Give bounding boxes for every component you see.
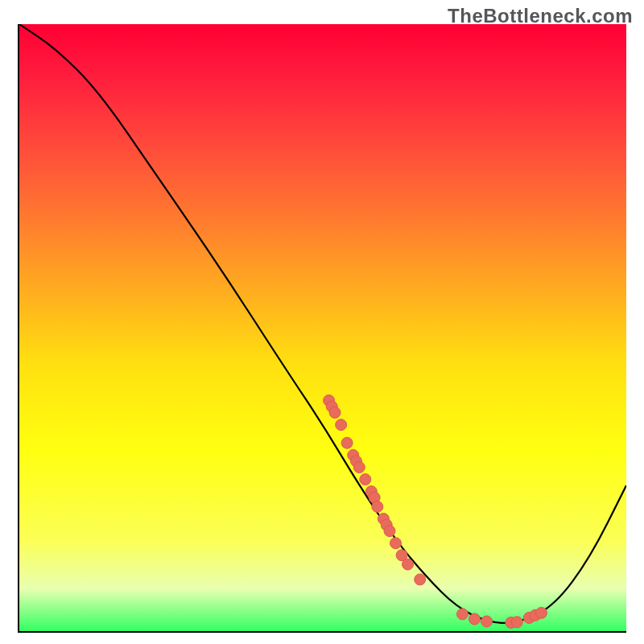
data-point (469, 613, 481, 625)
bottleneck-curve (19, 24, 626, 623)
data-point (329, 407, 341, 419)
data-point (481, 616, 493, 627)
data-point (535, 607, 547, 618)
data-point (456, 609, 468, 620)
data-point (372, 501, 383, 512)
data-point (511, 617, 522, 628)
chart-svg (19, 24, 626, 631)
watermark-text: TheBottleneck.com (448, 5, 633, 27)
chart-area (18, 24, 626, 633)
data-point (353, 461, 365, 473)
data-point (360, 474, 371, 485)
data-point (402, 559, 414, 570)
data-point (384, 526, 395, 537)
data-point (336, 419, 347, 431)
scatter-dots (324, 394, 547, 628)
data-point (415, 574, 426, 585)
data-point (341, 437, 353, 448)
data-point (390, 538, 401, 549)
